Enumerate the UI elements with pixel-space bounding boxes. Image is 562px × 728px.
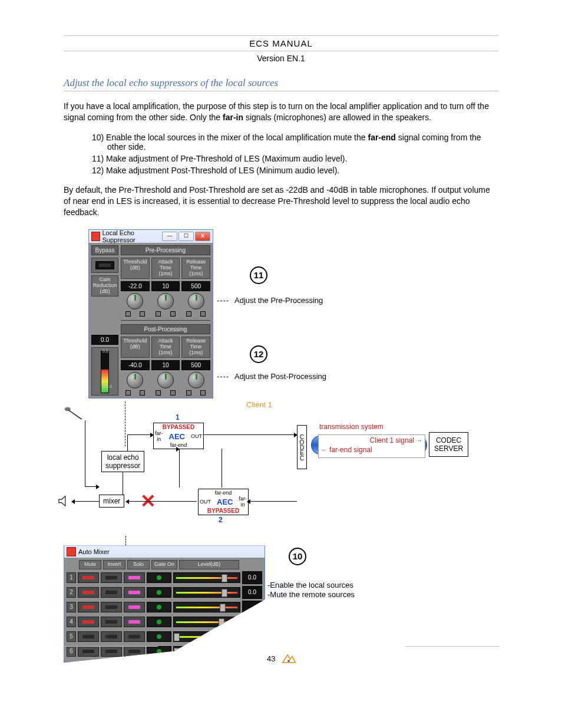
level-value: 0.0 <box>242 586 262 599</box>
bypass-toggle[interactable] <box>91 258 118 273</box>
gate-indicator <box>147 602 171 612</box>
gain-reduction-label: Gain Reduction (dB) <box>91 275 118 297</box>
solo-toggle[interactable] <box>124 572 145 583</box>
speaker-icon <box>58 495 71 508</box>
automixer-window: Auto Mixer Mute Invert Solo Gate On Leve… <box>64 545 265 663</box>
post-threshold-value: -40.0 <box>121 360 150 370</box>
mixer-row: 4 <box>67 615 262 628</box>
row-number: 2 <box>67 587 76 598</box>
invert-toggle[interactable] <box>101 572 122 583</box>
step-10-label-a: -Enable the local sources <box>267 581 353 589</box>
close-button[interactable]: X <box>195 232 210 241</box>
col-mute: Mute <box>79 560 101 569</box>
post-release-value: 500 <box>181 360 210 370</box>
gate-indicator <box>147 631 171 642</box>
post-attack-knob[interactable] <box>157 372 174 388</box>
client1-label: Client 1 <box>246 400 272 409</box>
row-number: 3 <box>67 602 76 612</box>
attack-label-2: Attack Time (1ms) <box>151 337 180 358</box>
intro-paragraph: If you have a local amplification, the p… <box>64 101 498 123</box>
section-title: Adjust the local echo suppressors of the… <box>64 77 498 91</box>
aec-box-1: BYPASSED far- inAECOUT far-end <box>153 423 204 449</box>
mute-toggle[interactable] <box>78 631 99 642</box>
invert-toggle[interactable] <box>101 631 122 642</box>
note-paragraph: By default, the Pre-Threshold and Post-T… <box>64 185 498 218</box>
mute-toggle[interactable] <box>78 587 99 598</box>
invert-toggle[interactable] <box>101 602 122 612</box>
mixer-row: 3 <box>67 601 262 614</box>
threshold-label-2: Threshold (dB) <box>121 337 150 358</box>
col-solo: Solo <box>127 560 150 569</box>
row-number: 1 <box>67 572 76 583</box>
post-release-knob[interactable] <box>188 372 204 388</box>
pre-release-value: 500 <box>181 281 210 291</box>
mute-toggle[interactable] <box>78 572 99 583</box>
les-box: local echo suppressor <box>101 451 144 472</box>
pre-threshold-value: -22.0 <box>121 281 150 291</box>
les-title: Local Echo Suppressor <box>103 229 163 243</box>
col-level: Level(dB) <box>179 560 239 569</box>
step-10-label-b: -Mute the remote sources <box>267 590 355 599</box>
pipe-labels: Client 1 signal → ← far-end signal <box>318 434 425 458</box>
gate-indicator <box>147 617 171 627</box>
doc-version: Version EN.1 <box>64 54 498 63</box>
pre-threshold-knob[interactable] <box>127 293 143 309</box>
microphone-icon <box>64 406 84 420</box>
level-value: 0.0 <box>242 571 262 584</box>
solo-toggle[interactable] <box>124 587 145 598</box>
step-10: 10) Enable the local sources in the mixe… <box>92 133 498 151</box>
aec-box-2: far-end OUTAECfar- in BYPASSED <box>198 489 249 515</box>
minimize-button[interactable]: — <box>162 232 177 241</box>
mute-toggle[interactable] <box>78 602 99 612</box>
invert-toggle[interactable] <box>101 617 122 627</box>
codec-server-box: CODEC SERVER <box>429 432 468 457</box>
threshold-label: Threshold (dB) <box>121 258 150 279</box>
automixer-title: Auto Mixer <box>78 548 110 555</box>
pre-processing-header: Pre-Processing <box>121 245 210 255</box>
step-11-label: Adjust the Pre-Processing <box>234 296 323 305</box>
svg-line-1 <box>69 410 82 419</box>
page-number: 43 <box>267 654 275 663</box>
attack-label: Attack Time (1ms) <box>151 258 180 279</box>
figure: Local Echo Suppressor — ☐ X Bypass Gain … <box>64 229 500 666</box>
level-value <box>242 601 262 614</box>
solo-toggle[interactable] <box>124 617 145 627</box>
level-slider[interactable] <box>173 602 240 612</box>
mixer-box: mixer <box>99 495 124 508</box>
doc-title: ECS MANUAL <box>64 38 498 48</box>
gate-indicator <box>147 572 171 583</box>
mute-toggle[interactable] <box>78 617 99 627</box>
level-slider[interactable] <box>173 617 240 627</box>
step-12-marker: 12 <box>250 345 267 363</box>
post-threshold-knob[interactable] <box>127 372 143 388</box>
col-gate: Gate On <box>151 560 177 569</box>
les-titlebar[interactable]: Local Echo Suppressor — ☐ X <box>89 230 213 243</box>
level-slider[interactable] <box>173 631 240 642</box>
gate-indicator <box>147 587 171 598</box>
gain-value: 0.0 <box>91 335 118 345</box>
level-slider[interactable] <box>173 587 240 598</box>
bypass-header: Bypass <box>91 245 118 255</box>
step-11: 11) Make adjustment of Pre-Threshold of … <box>92 154 498 163</box>
logo-icon <box>281 653 296 666</box>
level-value <box>242 630 262 643</box>
level-slider[interactable] <box>173 572 240 583</box>
page-footer: 43 <box>64 653 500 666</box>
app-icon <box>91 232 100 241</box>
level-value <box>242 615 262 628</box>
automixer-titlebar[interactable]: Auto Mixer <box>64 546 265 558</box>
svg-point-2 <box>287 660 289 662</box>
solo-toggle[interactable] <box>124 631 145 642</box>
mixer-row: 10.0 <box>67 571 262 584</box>
signal-diagram: Client 1 1 BYPASSED far- inAECOUT far-en… <box>64 406 500 542</box>
solo-toggle[interactable] <box>124 602 145 612</box>
pre-attack-knob[interactable] <box>157 293 174 309</box>
maximize-button[interactable]: ☐ <box>178 232 194 241</box>
transmission-label: transmission system <box>319 423 384 431</box>
pre-release-knob[interactable] <box>188 293 204 309</box>
step-12: 12) Make adjustment Post-Threshold of LE… <box>92 166 498 175</box>
invert-toggle[interactable] <box>101 587 122 598</box>
post-attack-value: 10 <box>151 360 180 370</box>
app-icon <box>67 547 76 556</box>
step-12-label: Adjust the Post-Processing <box>234 372 326 381</box>
